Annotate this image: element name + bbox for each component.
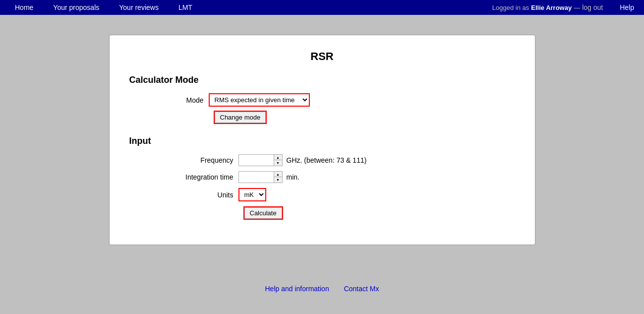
nav-left: Home Your proposals Your reviews LMT bbox=[5, 0, 202, 14]
mode-select[interactable]: RMS expected in given time Time needed f… bbox=[210, 94, 309, 106]
change-mode-row: Change mode bbox=[129, 111, 515, 124]
frequency-label: Frequency bbox=[129, 156, 238, 164]
main-content: RSR Calculator Mode Mode RMS expected in… bbox=[0, 15, 644, 265]
nav-right: Logged in as Ellie Arroway — log out Hel… bbox=[492, 0, 639, 14]
navigation: Home Your proposals Your reviews LMT Log… bbox=[0, 0, 644, 15]
input-heading: Input bbox=[129, 136, 515, 146]
integration-down[interactable]: ▼ bbox=[274, 177, 282, 183]
calculate-button[interactable]: Calculate bbox=[244, 207, 282, 219]
panel-title: RSR bbox=[129, 50, 515, 63]
logged-in-text: Logged in as bbox=[492, 4, 529, 11]
frequency-down[interactable]: ▼ bbox=[274, 160, 282, 166]
nav-your-reviews[interactable]: Your reviews bbox=[109, 0, 169, 14]
contact-link[interactable]: Contact Mx bbox=[344, 285, 379, 293]
separator: — bbox=[574, 4, 580, 11]
calculator-mode-heading: Calculator Mode bbox=[129, 75, 515, 85]
mode-label: Mode bbox=[129, 96, 209, 104]
footer: Help and information Contact Mx bbox=[0, 280, 644, 298]
frequency-row: Frequency 92 ▲ ▼ GHz. (between: 73 & 111… bbox=[129, 154, 515, 166]
nav-home[interactable]: Home bbox=[5, 0, 43, 14]
mode-select-wrapper: RMS expected in given time Time needed f… bbox=[209, 93, 310, 107]
input-section: Input Frequency 92 ▲ ▼ GHz. (between: 73… bbox=[129, 136, 515, 220]
nav-your-proposals[interactable]: Your proposals bbox=[43, 0, 109, 14]
panel: RSR Calculator Mode Mode RMS expected in… bbox=[109, 35, 535, 245]
frequency-spinner: ▲ ▼ bbox=[274, 155, 282, 166]
integration-spinner: ▲ ▼ bbox=[274, 172, 282, 183]
calculator-mode-section: Calculator Mode Mode RMS expected in giv… bbox=[129, 75, 515, 124]
calculate-row: Calculate bbox=[129, 206, 515, 220]
help-information-link[interactable]: Help and information bbox=[265, 285, 329, 293]
nav-help[interactable]: Help bbox=[615, 0, 639, 14]
units-select-wrapper: mK Jy bbox=[238, 188, 266, 201]
integration-suffix: min. bbox=[287, 173, 299, 181]
units-row: Units mK Jy bbox=[129, 188, 515, 201]
frequency-up[interactable]: ▲ bbox=[274, 155, 282, 160]
frequency-input[interactable]: 92 bbox=[239, 155, 274, 166]
change-mode-button[interactable]: Change mode bbox=[215, 112, 266, 123]
logout-link[interactable]: log out bbox=[582, 3, 603, 11]
integration-row: Integration time 10 ▲ ▼ min. bbox=[129, 171, 515, 183]
integration-up[interactable]: ▲ bbox=[274, 172, 282, 177]
mode-row: Mode RMS expected in given time Time nee… bbox=[129, 93, 515, 107]
frequency-input-wrapper: 92 ▲ ▼ bbox=[238, 154, 283, 166]
calculate-wrapper: Calculate bbox=[243, 206, 283, 220]
units-label: Units bbox=[129, 191, 238, 199]
integration-input-wrapper: 10 ▲ ▼ bbox=[238, 171, 283, 183]
integration-input[interactable]: 10 bbox=[239, 172, 274, 183]
units-select[interactable]: mK Jy bbox=[239, 189, 265, 200]
user-name: Ellie Arroway bbox=[531, 4, 572, 11]
change-mode-wrapper: Change mode bbox=[214, 111, 267, 124]
integration-label: Integration time bbox=[129, 173, 238, 181]
nav-lmt[interactable]: LMT bbox=[169, 0, 202, 14]
frequency-suffix: GHz. (between: 73 & 111) bbox=[287, 156, 367, 164]
